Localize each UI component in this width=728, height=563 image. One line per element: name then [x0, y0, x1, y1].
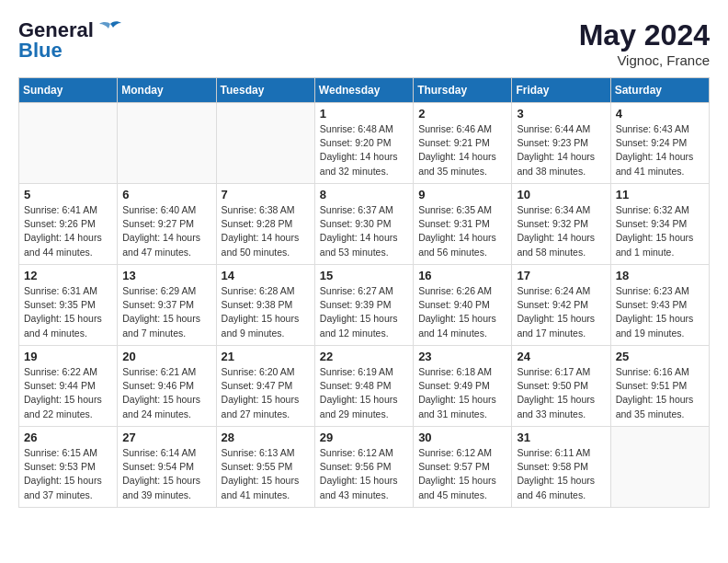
- day-info: Sunrise: 6:21 AMSunset: 9:46 PMDaylight:…: [122, 365, 210, 421]
- header-friday: Friday: [512, 78, 610, 103]
- calendar-table: Sunday Monday Tuesday Wednesday Thursday…: [18, 77, 710, 508]
- table-row: [216, 103, 314, 184]
- table-row: 22Sunrise: 6:19 AMSunset: 9:48 PMDayligh…: [314, 346, 413, 427]
- header-thursday: Thursday: [414, 78, 512, 103]
- table-row: 1Sunrise: 6:48 AMSunset: 9:20 PMDaylight…: [314, 103, 413, 184]
- day-info: Sunrise: 6:41 AMSunset: 9:26 PMDaylight:…: [24, 203, 112, 259]
- day-info: Sunrise: 6:15 AMSunset: 9:53 PMDaylight:…: [24, 446, 112, 502]
- day-number: 28: [222, 431, 310, 444]
- day-info: Sunrise: 6:16 AMSunset: 9:51 PMDaylight:…: [616, 365, 704, 421]
- logo-blue-text: Blue: [18, 39, 63, 63]
- day-info: Sunrise: 6:26 AMSunset: 9:40 PMDaylight:…: [418, 284, 506, 340]
- day-info: Sunrise: 6:44 AMSunset: 9:23 PMDaylight:…: [517, 122, 605, 178]
- logo-bird-icon: [97, 20, 123, 40]
- day-number: 2: [418, 107, 506, 121]
- day-info: Sunrise: 6:31 AMSunset: 9:35 PMDaylight:…: [24, 284, 112, 340]
- header-tuesday: Tuesday: [216, 78, 314, 103]
- week-row-4: 19Sunrise: 6:22 AMSunset: 9:44 PMDayligh…: [19, 346, 710, 427]
- day-number: 5: [24, 188, 112, 201]
- day-info: Sunrise: 6:38 AMSunset: 9:28 PMDaylight:…: [222, 203, 310, 259]
- day-number: 14: [222, 269, 310, 282]
- day-info: Sunrise: 6:29 AMSunset: 9:37 PMDaylight:…: [122, 284, 210, 340]
- day-number: 22: [320, 350, 408, 363]
- table-row: 19Sunrise: 6:22 AMSunset: 9:44 PMDayligh…: [19, 346, 118, 427]
- table-row: 30Sunrise: 6:12 AMSunset: 9:57 PMDayligh…: [414, 427, 512, 508]
- table-row: 13Sunrise: 6:29 AMSunset: 9:37 PMDayligh…: [118, 265, 216, 346]
- day-info: Sunrise: 6:27 AMSunset: 9:39 PMDaylight:…: [320, 284, 408, 340]
- table-row: 27Sunrise: 6:14 AMSunset: 9:54 PMDayligh…: [118, 427, 216, 508]
- day-number: 16: [418, 269, 506, 282]
- table-row: 26Sunrise: 6:15 AMSunset: 9:53 PMDayligh…: [19, 427, 118, 508]
- table-row: 3Sunrise: 6:44 AMSunset: 9:23 PMDaylight…: [512, 103, 610, 184]
- day-info: Sunrise: 6:11 AMSunset: 9:58 PMDaylight:…: [517, 446, 605, 502]
- day-info: Sunrise: 6:17 AMSunset: 9:50 PMDaylight:…: [517, 365, 605, 421]
- week-row-1: 1Sunrise: 6:48 AMSunset: 9:20 PMDaylight…: [19, 103, 710, 184]
- table-row: 25Sunrise: 6:16 AMSunset: 9:51 PMDayligh…: [610, 346, 709, 427]
- table-row: 31Sunrise: 6:11 AMSunset: 9:58 PMDayligh…: [512, 427, 610, 508]
- day-info: Sunrise: 6:43 AMSunset: 9:24 PMDaylight:…: [616, 122, 704, 178]
- table-row: 29Sunrise: 6:12 AMSunset: 9:56 PMDayligh…: [314, 427, 413, 508]
- table-row: 17Sunrise: 6:24 AMSunset: 9:42 PMDayligh…: [512, 265, 610, 346]
- day-number: 3: [517, 107, 605, 121]
- table-row: 8Sunrise: 6:37 AMSunset: 9:30 PMDaylight…: [314, 184, 413, 265]
- day-info: Sunrise: 6:35 AMSunset: 9:31 PMDaylight:…: [418, 203, 506, 259]
- day-number: 19: [24, 350, 112, 363]
- header-sunday: Sunday: [19, 78, 118, 103]
- day-number: 18: [616, 269, 704, 282]
- day-number: 17: [517, 269, 605, 282]
- day-info: Sunrise: 6:37 AMSunset: 9:30 PMDaylight:…: [320, 203, 408, 259]
- day-number: 30: [418, 431, 506, 444]
- table-row: [118, 103, 216, 184]
- day-number: 27: [122, 431, 210, 444]
- day-info: Sunrise: 6:24 AMSunset: 9:42 PMDaylight:…: [517, 284, 605, 340]
- day-info: Sunrise: 6:14 AMSunset: 9:54 PMDaylight:…: [122, 446, 210, 502]
- table-row: 21Sunrise: 6:20 AMSunset: 9:47 PMDayligh…: [216, 346, 314, 427]
- page-header: General Blue May 2024 Vignoc, France: [18, 18, 710, 68]
- day-number: 29: [320, 431, 408, 444]
- day-number: 24: [517, 350, 605, 363]
- day-info: Sunrise: 6:32 AMSunset: 9:34 PMDaylight:…: [616, 203, 704, 259]
- day-info: Sunrise: 6:46 AMSunset: 9:21 PMDaylight:…: [418, 122, 506, 178]
- table-row: 9Sunrise: 6:35 AMSunset: 9:31 PMDaylight…: [414, 184, 512, 265]
- day-number: 20: [122, 350, 210, 363]
- day-info: Sunrise: 6:34 AMSunset: 9:32 PMDaylight:…: [517, 203, 605, 259]
- day-info: Sunrise: 6:13 AMSunset: 9:55 PMDaylight:…: [222, 446, 310, 502]
- day-info: Sunrise: 6:22 AMSunset: 9:44 PMDaylight:…: [24, 365, 112, 421]
- day-number: 23: [418, 350, 506, 363]
- day-number: 31: [517, 431, 605, 444]
- day-number: 21: [222, 350, 310, 363]
- day-number: 15: [320, 269, 408, 282]
- table-row: 23Sunrise: 6:18 AMSunset: 9:49 PMDayligh…: [414, 346, 512, 427]
- day-info: Sunrise: 6:12 AMSunset: 9:56 PMDaylight:…: [320, 446, 408, 502]
- day-info: Sunrise: 6:28 AMSunset: 9:38 PMDaylight:…: [222, 284, 310, 340]
- day-number: 11: [616, 188, 704, 201]
- day-number: 26: [24, 431, 112, 444]
- header-wednesday: Wednesday: [314, 78, 413, 103]
- header-monday: Monday: [118, 78, 216, 103]
- logo: General Blue: [18, 18, 123, 63]
- table-row: 6Sunrise: 6:40 AMSunset: 9:27 PMDaylight…: [118, 184, 216, 265]
- title-section: May 2024 Vignoc, France: [579, 18, 710, 68]
- day-number: 12: [24, 269, 112, 282]
- location: Vignoc, France: [579, 52, 710, 68]
- day-number: 25: [616, 350, 704, 363]
- week-row-5: 26Sunrise: 6:15 AMSunset: 9:53 PMDayligh…: [19, 427, 710, 508]
- table-row: 4Sunrise: 6:43 AMSunset: 9:24 PMDaylight…: [610, 103, 709, 184]
- day-number: 6: [122, 188, 210, 201]
- table-row: 15Sunrise: 6:27 AMSunset: 9:39 PMDayligh…: [314, 265, 413, 346]
- table-row: 7Sunrise: 6:38 AMSunset: 9:28 PMDaylight…: [216, 184, 314, 265]
- table-row: 11Sunrise: 6:32 AMSunset: 9:34 PMDayligh…: [610, 184, 709, 265]
- table-row: 24Sunrise: 6:17 AMSunset: 9:50 PMDayligh…: [512, 346, 610, 427]
- table-row: 20Sunrise: 6:21 AMSunset: 9:46 PMDayligh…: [118, 346, 216, 427]
- day-info: Sunrise: 6:40 AMSunset: 9:27 PMDaylight:…: [122, 203, 210, 259]
- day-number: 8: [320, 188, 408, 201]
- header-saturday: Saturday: [610, 78, 709, 103]
- table-row: 16Sunrise: 6:26 AMSunset: 9:40 PMDayligh…: [414, 265, 512, 346]
- day-info: Sunrise: 6:18 AMSunset: 9:49 PMDaylight:…: [418, 365, 506, 421]
- table-row: 2Sunrise: 6:46 AMSunset: 9:21 PMDaylight…: [414, 103, 512, 184]
- day-info: Sunrise: 6:20 AMSunset: 9:47 PMDaylight:…: [222, 365, 310, 421]
- table-row: 10Sunrise: 6:34 AMSunset: 9:32 PMDayligh…: [512, 184, 610, 265]
- day-info: Sunrise: 6:19 AMSunset: 9:48 PMDaylight:…: [320, 365, 408, 421]
- month-title: May 2024: [579, 18, 710, 52]
- table-row: 12Sunrise: 6:31 AMSunset: 9:35 PMDayligh…: [19, 265, 118, 346]
